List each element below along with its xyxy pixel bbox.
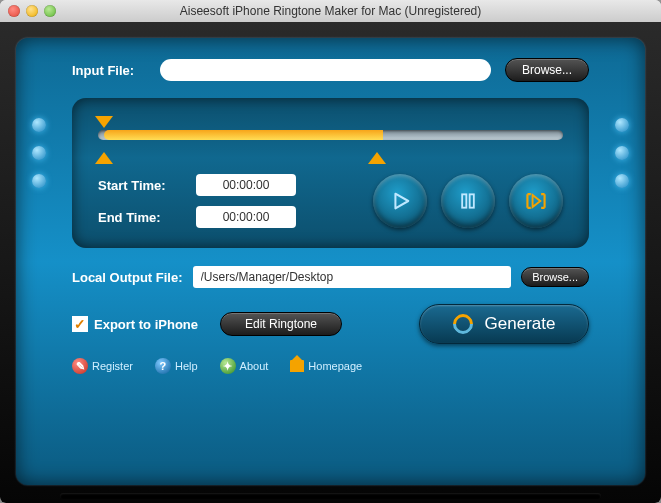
play-button[interactable] xyxy=(373,174,427,228)
time-block: Start Time: End Time: xyxy=(98,174,296,228)
close-icon[interactable] xyxy=(8,5,20,17)
register-link-label: Register xyxy=(92,360,133,372)
led-icon xyxy=(32,118,46,132)
input-file-field[interactable] xyxy=(160,59,491,81)
skip-bracket-icon xyxy=(524,190,548,212)
zoom-icon[interactable] xyxy=(44,5,56,17)
about-link-label: About xyxy=(240,360,269,372)
window-title: Aiseesoft iPhone Ringtone Maker for Mac … xyxy=(0,4,661,18)
window-controls xyxy=(0,5,56,17)
export-to-iphone-checkbox[interactable]: ✓ Export to iPhone xyxy=(72,316,198,332)
register-link[interactable]: ✎ Register xyxy=(72,358,133,374)
led-icon xyxy=(615,118,629,132)
person-icon: ✦ xyxy=(220,358,236,374)
led-icon xyxy=(615,146,629,160)
start-time-row: Start Time: xyxy=(98,174,296,196)
pause-icon xyxy=(458,191,478,211)
homepage-link[interactable]: Homepage xyxy=(290,358,362,374)
help-link-label: Help xyxy=(175,360,198,372)
generate-button[interactable]: Generate xyxy=(419,304,589,344)
home-icon xyxy=(290,360,304,372)
browse-input-button[interactable]: Browse... xyxy=(505,58,589,82)
checkmark-icon: ✓ xyxy=(72,316,88,332)
generate-button-label: Generate xyxy=(485,314,556,334)
action-row: ✓ Export to iPhone Edit Ringtone Generat… xyxy=(72,304,589,344)
end-time-row: End Time: xyxy=(98,206,296,228)
time-and-controls: Start Time: End Time: xyxy=(98,174,563,228)
help-link[interactable]: ? Help xyxy=(155,358,198,374)
help-icon: ? xyxy=(155,358,171,374)
bottom-slot xyxy=(60,493,601,499)
edit-ringtone-button[interactable]: Edit Ringtone xyxy=(220,312,342,336)
next-button[interactable] xyxy=(509,174,563,228)
decoration-lights-left xyxy=(32,118,46,188)
app-window: Aiseesoft iPhone Ringtone Maker for Mac … xyxy=(0,0,661,503)
svg-rect-1 xyxy=(470,194,474,207)
start-time-label: Start Time: xyxy=(98,178,180,193)
browse-output-button[interactable]: Browse... xyxy=(521,267,589,287)
output-file-label: Local Output File: xyxy=(72,270,183,285)
playback-controls xyxy=(373,174,563,228)
led-icon xyxy=(32,174,46,188)
titlebar: Aiseesoft iPhone Ringtone Maker for Mac … xyxy=(0,0,661,22)
end-time-field[interactable] xyxy=(196,206,296,228)
key-icon: ✎ xyxy=(72,358,88,374)
minimize-icon[interactable] xyxy=(26,5,38,17)
end-time-label: End Time: xyxy=(98,210,180,225)
svg-rect-0 xyxy=(462,194,466,207)
output-file-row: Local Output File: Browse... xyxy=(72,266,589,288)
track-selection xyxy=(104,130,383,140)
input-file-row: Input File: Browse... xyxy=(72,58,589,82)
start-time-field[interactable] xyxy=(196,174,296,196)
footer-links: ✎ Register ? Help ✦ About Homepage xyxy=(72,358,589,374)
output-file-field[interactable] xyxy=(193,266,512,288)
outer-frame: Input File: Browse... Start Time: xyxy=(0,22,661,503)
trim-track[interactable] xyxy=(98,116,563,164)
led-icon xyxy=(32,146,46,160)
input-file-label: Input File: xyxy=(72,63,146,78)
about-link[interactable]: ✦ About xyxy=(220,358,269,374)
pause-button[interactable] xyxy=(441,174,495,228)
refresh-icon xyxy=(448,310,476,338)
export-checkbox-label: Export to iPhone xyxy=(94,317,198,332)
led-icon xyxy=(615,174,629,188)
end-marker-bottom-icon[interactable] xyxy=(368,152,386,164)
homepage-link-label: Homepage xyxy=(308,360,362,372)
trim-panel: Start Time: End Time: xyxy=(72,98,589,248)
start-marker-top-icon[interactable] xyxy=(95,116,113,128)
decoration-lights-right xyxy=(615,118,629,188)
play-icon xyxy=(389,190,411,212)
main-panel: Input File: Browse... Start Time: xyxy=(16,38,645,485)
start-marker-bottom-icon[interactable] xyxy=(95,152,113,164)
